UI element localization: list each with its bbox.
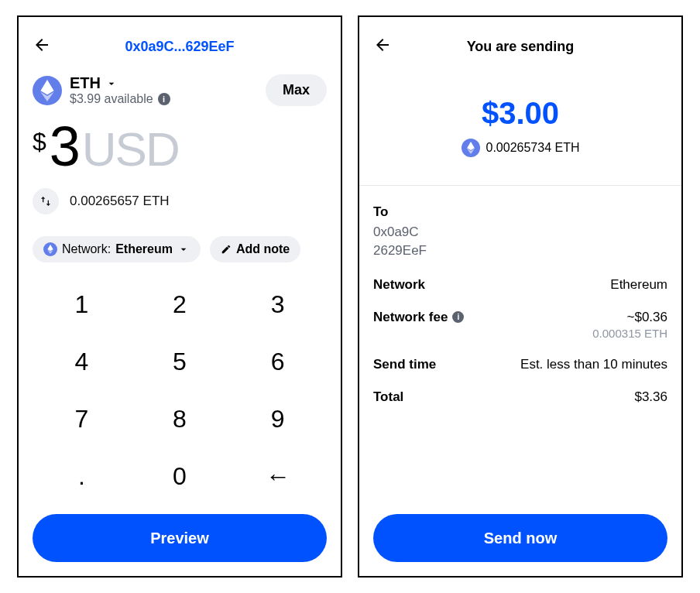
amount-currency: USD: [82, 125, 179, 173]
arrow-left-icon: [33, 36, 51, 54]
recipient-address[interactable]: 0x0a9C...629EeF: [125, 39, 234, 55]
info-icon[interactable]: i: [158, 93, 170, 105]
divider: [359, 185, 681, 186]
network-row: Network Ethereum: [373, 277, 667, 293]
network-label: Network: [373, 277, 425, 293]
to-address-line2: 2629EeF: [373, 242, 667, 260]
key-dot[interactable]: .: [33, 447, 131, 505]
network-value: Ethereum: [610, 277, 667, 293]
amount-equivalent: 0.00265657 ETH: [70, 194, 170, 209]
key-2[interactable]: 2: [131, 276, 229, 334]
key-6[interactable]: 6: [228, 334, 327, 391]
chevron-down-icon: [177, 243, 190, 255]
spacer: [373, 422, 667, 505]
preview-button[interactable]: Preview: [33, 514, 327, 562]
header: 0x0a9C...629EeF: [33, 33, 327, 60]
chevron-down-icon: [105, 77, 118, 90]
asset-symbol: ETH: [70, 74, 101, 92]
asset-selector[interactable]: ETH $3.99 available i: [70, 74, 170, 106]
time-row: Send time Est. less than 10 minutes: [373, 357, 667, 372]
network-selector[interactable]: Network: Ethereum: [33, 236, 201, 262]
max-button[interactable]: Max: [266, 74, 327, 106]
send-confirm-screen: You are sending $3.00 0.00265734 ETH To …: [358, 15, 683, 578]
pill-row: Network: Ethereum Add note: [33, 236, 327, 262]
fee-eth: 0.000315 ETH: [592, 327, 667, 340]
summary-amount-block: $3.00 0.00265734 ETH: [373, 96, 667, 157]
asset-row: ETH $3.99 available i Max: [33, 74, 327, 106]
key-5[interactable]: 5: [131, 334, 229, 391]
swap-row: 0.00265657 ETH: [33, 188, 327, 214]
key-8[interactable]: 8: [131, 391, 229, 448]
key-backspace[interactable]: ←: [228, 447, 327, 505]
dollar-sign: $: [33, 129, 46, 154]
page-title: You are sending: [467, 39, 575, 55]
key-9[interactable]: 9: [228, 391, 327, 448]
add-note-button[interactable]: Add note: [210, 236, 300, 262]
key-1[interactable]: 1: [33, 276, 131, 334]
arrow-left-icon: [373, 36, 392, 54]
eth-icon: [462, 139, 480, 157]
fee-row: Network fee i ~$0.36 0.000315 ETH: [373, 310, 667, 340]
to-label: To: [373, 204, 667, 220]
network-value: Ethereum: [115, 242, 173, 255]
total-value: $3.36: [634, 389, 667, 405]
numeric-keypad: 1 2 3 4 5 6 7 8 9 . 0 ←: [33, 276, 327, 505]
key-3[interactable]: 3: [228, 276, 327, 334]
time-label: Send time: [373, 357, 436, 372]
pencil-icon: [221, 244, 232, 255]
add-note-label: Add note: [236, 242, 290, 255]
eth-icon: [33, 76, 62, 105]
info-icon[interactable]: i: [452, 311, 464, 323]
fee-usd: ~$0.36: [627, 310, 667, 324]
time-value: Est. less than 10 minutes: [520, 357, 667, 372]
swap-currency-button[interactable]: [33, 188, 59, 214]
summary-amount: $3.00: [482, 96, 559, 131]
key-4[interactable]: 4: [33, 334, 131, 391]
back-button[interactable]: [373, 36, 392, 54]
total-row: Total $3.36: [373, 389, 667, 405]
back-button[interactable]: [33, 36, 51, 54]
swap-icon: [39, 195, 52, 207]
key-7[interactable]: 7: [33, 391, 131, 448]
summary-amount-eth: 0.00265734 ETH: [486, 141, 580, 155]
to-block: To 0x0a9C 2629EeF: [373, 204, 667, 260]
eth-icon: [43, 242, 57, 256]
summary-amount-sub: 0.00265734 ETH: [462, 139, 580, 157]
to-address-line1: 0x0a9C: [373, 223, 667, 242]
amount-value: 3: [50, 118, 79, 174]
total-label: Total: [373, 389, 403, 405]
network-prefix: Network:: [62, 242, 111, 256]
available-balance: $3.99 available: [70, 92, 153, 106]
key-0[interactable]: 0: [131, 447, 229, 505]
send-entry-screen: 0x0a9C...629EeF ETH $3.99 available i Ma…: [17, 15, 342, 578]
fee-label: Network fee: [373, 310, 448, 325]
send-now-button[interactable]: Send now: [373, 514, 667, 562]
header: You are sending: [373, 33, 667, 60]
amount-display: $ 3 USD: [33, 118, 327, 174]
